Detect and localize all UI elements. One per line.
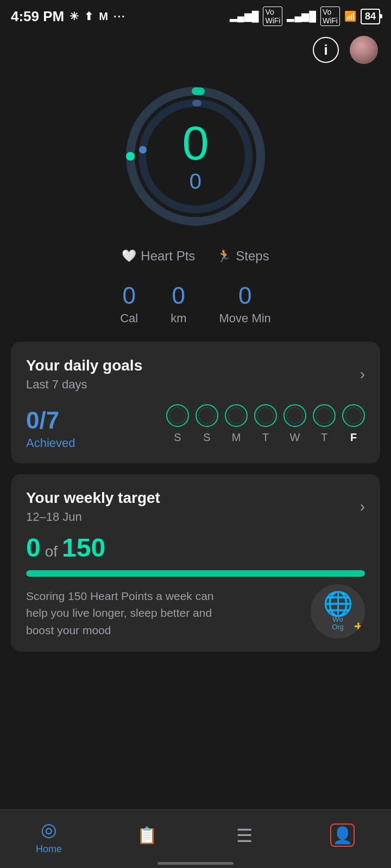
who-badge: 🌐 WoOrg +: [311, 584, 365, 639]
legend: 🤍 Heart Pts 🏃 Steps: [0, 238, 391, 269]
who-text: WoOrg: [332, 616, 344, 631]
who-globe-icon: 🌐: [323, 592, 353, 616]
status-gmail-icon: M: [99, 10, 108, 23]
bottom-spacer: [0, 662, 391, 727]
weekly-target-value: 150: [62, 533, 105, 563]
weekly-target-header: Your weekly target 12–18 Jun ›: [26, 489, 365, 524]
day-circle-0: [166, 404, 189, 427]
day-col-0: S: [166, 404, 189, 444]
cal-label: Cal: [120, 311, 138, 326]
day-circle-6: [342, 404, 365, 427]
km-stat: 0 km: [171, 282, 186, 326]
day-col-1: S: [195, 404, 218, 444]
day-label-0: S: [174, 431, 181, 444]
day-col-3: T: [254, 404, 277, 444]
nav-home[interactable]: ◎ Home: [0, 819, 98, 855]
weekly-progress-fill: [26, 570, 365, 577]
day-label-4: W: [290, 431, 300, 444]
steps-value: 0: [182, 169, 209, 194]
day-circle-4: [283, 404, 306, 427]
day-col-4: W: [283, 404, 306, 444]
circle-container: 0 0: [0, 69, 391, 238]
svg-point-4: [126, 152, 135, 161]
day-label-5: T: [321, 431, 327, 444]
day-label-1: S: [203, 431, 210, 444]
daily-goals-title-group: Your daily goals Last 7 days: [26, 357, 142, 392]
daily-goals-subtitle: Last 7 days: [26, 378, 142, 392]
home-indicator: [157, 862, 234, 865]
signal-icon: ▂▄▆█: [230, 10, 259, 22]
day-circle-3: [254, 404, 277, 427]
weekly-of-label: of: [45, 543, 58, 560]
steps-label: Steps: [236, 248, 269, 264]
day-col-6: F: [342, 404, 365, 444]
weekly-description: Scoring 150 Heart Points a week can help…: [26, 588, 227, 639]
heart-pts-value: 0: [182, 119, 209, 167]
day-label-2: M: [232, 431, 241, 444]
svg-point-5: [139, 146, 147, 154]
weekly-target-subtitle: 12–18 Jun: [26, 510, 160, 524]
info-button[interactable]: i: [313, 37, 339, 63]
heart-pts-label: Heart Pts: [141, 248, 195, 264]
km-label: km: [171, 311, 186, 326]
stats-row: 0 Cal 0 km 0 Move Min: [0, 269, 391, 331]
goals-achieved-value: 0/7: [26, 407, 75, 434]
circle-values: 0 0: [182, 119, 209, 194]
home-label: Home: [36, 844, 62, 855]
battery-indicator: 84: [361, 9, 380, 24]
movemin-value: 0: [219, 282, 270, 309]
day-circle-5: [313, 404, 336, 427]
daily-goals-chevron-icon: ›: [360, 366, 365, 383]
nav-profile[interactable]: 👤: [293, 824, 391, 850]
weekly-nums: 0 of 150: [26, 533, 365, 563]
day-circle-2: [225, 404, 248, 427]
journal-icon: 📋: [137, 826, 157, 845]
weekly-bottom: Scoring 150 Heart Points a week can help…: [26, 584, 365, 639]
status-upload-icon: ⬆: [84, 10, 93, 23]
day-circles: S S M T W T F: [75, 404, 365, 444]
profile-icon: 👤: [332, 826, 352, 844]
profile-border: 👤: [330, 824, 355, 847]
day-circle-1: [195, 404, 218, 427]
movemin-stat: 0 Move Min: [219, 282, 270, 326]
signal-2-icon: ▂▄▆█: [287, 10, 316, 22]
header-icons: i: [0, 30, 391, 69]
steps-icon: 🏃: [217, 249, 231, 263]
day-col-5: T: [313, 404, 336, 444]
heart-icon: 🤍: [122, 249, 136, 263]
vowifi-1-label: VoWiFi: [263, 7, 282, 26]
status-dots-icon: ···: [113, 10, 126, 23]
weekly-target-chevron-icon: ›: [360, 498, 365, 515]
daily-goals-title: Your daily goals: [26, 357, 142, 374]
status-right: ▂▄▆█ VoWiFi ▂▄▆█ VoWiFi 📶 84: [230, 7, 380, 26]
goals-section: 0/7 Achieved S S M T W: [26, 397, 365, 450]
home-icon: ◎: [41, 819, 57, 840]
nav-journal[interactable]: 📋: [98, 826, 195, 848]
status-hash-icon: ✳: [70, 10, 79, 23]
goals-achieved-label: Achieved: [26, 436, 75, 450]
daily-goals-header: Your daily goals Last 7 days ›: [26, 357, 365, 392]
heart-pts-legend: 🤍 Heart Pts: [122, 248, 195, 264]
circle-chart: 0 0: [119, 80, 272, 232]
weekly-target-title: Your weekly target: [26, 489, 160, 507]
nav-browse[interactable]: ☰: [195, 826, 293, 848]
weekly-current-value: 0: [26, 533, 41, 563]
avatar[interactable]: [350, 36, 378, 64]
status-bar: 4:59 PM ✳ ⬆ M ··· ▂▄▆█ VoWiFi ▂▄▆█ VoWiF…: [0, 0, 391, 30]
bottom-nav: ◎ Home 📋 ☰ 👤: [0, 809, 391, 868]
wifi-icon: 📶: [344, 10, 356, 22]
goals-left: 0/7 Achieved: [26, 397, 75, 450]
steps-legend: 🏃 Steps: [217, 248, 269, 264]
plus-yellow-icon: +: [354, 618, 363, 635]
weekly-target-card[interactable]: Your weekly target 12–18 Jun › 0 of 150 …: [11, 474, 380, 652]
day-label-3: T: [262, 431, 269, 444]
km-value: 0: [171, 282, 186, 309]
weekly-target-title-group: Your weekly target 12–18 Jun: [26, 489, 160, 524]
browse-icon: ☰: [236, 826, 253, 845]
cal-stat: 0 Cal: [120, 282, 138, 326]
day-label-6: F: [350, 431, 357, 444]
status-left: 4:59 PM ✳ ⬆ M ···: [11, 8, 126, 25]
movemin-label: Move Min: [219, 311, 270, 326]
daily-goals-card[interactable]: Your daily goals Last 7 days › 0/7 Achie…: [11, 342, 380, 463]
status-time: 4:59 PM: [11, 8, 64, 25]
